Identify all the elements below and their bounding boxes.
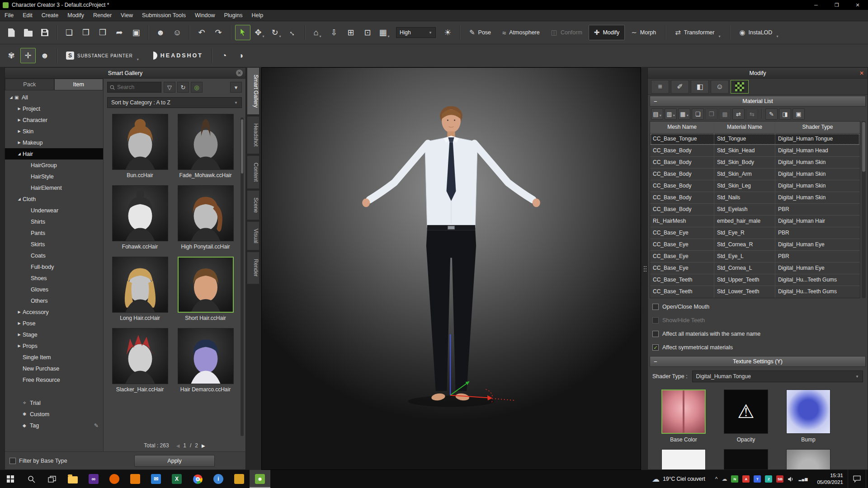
- material-row-std-skin-leg[interactable]: CC_Base_BodyStd_Skin_LegDigital_Human Sk…: [650, 180, 860, 192]
- material-row-std-eye-l[interactable]: CC_Base_EyeStd_Eye_LPBR: [650, 251, 860, 263]
- panel-resize-handle[interactable]: [641, 67, 647, 470]
- tree-item-others[interactable]: Others: [5, 295, 103, 306]
- task-view-button[interactable]: [42, 470, 62, 488]
- tree-item-stage[interactable]: ▶Stage: [5, 329, 103, 340]
- material-row-std-skin-body[interactable]: CC_Base_BodyStd_Skin_BodyDigital_Human S…: [650, 157, 860, 169]
- add-grid-icon[interactable]: ⊞: [343, 25, 359, 40]
- tree-item-accessory[interactable]: ▶Accessory: [5, 306, 103, 318]
- checkbox-affect-all-materials-with-the-same-name[interactable]: [652, 331, 659, 337]
- multi-avatar-icon[interactable]: ☻: [37, 48, 52, 63]
- taskbar-file-explorer[interactable]: [62, 470, 83, 488]
- texture-channel-base-color[interactable]: Base Color: [659, 389, 708, 443]
- tree-item-shoes[interactable]: Shoes: [5, 272, 103, 284]
- close-modify-button[interactable]: ✕: [859, 70, 864, 76]
- material-row-std-upper-teeth[interactable]: CC_Base_TeethStd_Upper_TeethDigital_Hu..…: [650, 274, 860, 286]
- option-open-close-mouth[interactable]: Open/Close Mouth: [648, 300, 868, 314]
- gallery-scrollbar[interactable]: [241, 117, 244, 436]
- texture-channel[interactable]: [783, 449, 833, 469]
- export-motion-icon[interactable]: ❐: [78, 25, 94, 40]
- tree-item-gloves[interactable]: Gloves: [5, 284, 103, 295]
- adjust-tab-icon[interactable]: ◧: [691, 80, 709, 94]
- texture-channel[interactable]: [659, 449, 708, 469]
- viewport-tab-headshot[interactable]: Headshot: [247, 116, 259, 154]
- material-scrollbar-thumb[interactable]: [862, 122, 865, 172]
- texture-channel[interactable]: [721, 449, 771, 469]
- close-button[interactable]: ✕: [847, 0, 868, 10]
- tree-item-cloth[interactable]: ◢Cloth: [5, 193, 103, 205]
- viewport-tab-content[interactable]: Content: [247, 155, 259, 189]
- sort-select[interactable]: Sort by Category : A to Z ▼: [107, 97, 242, 108]
- menu-item-window[interactable]: Window: [190, 10, 219, 21]
- tab-item[interactable]: Item: [54, 79, 104, 90]
- prev-page-button[interactable]: ◀: [176, 443, 180, 448]
- capture-image-icon[interactable]: ▣: [128, 25, 144, 40]
- option-affect-symmetrical-materials[interactable]: ✓Affect symmetrical materials: [648, 341, 868, 354]
- send-to-icon[interactable]: ➦: [112, 25, 127, 40]
- material-row-std-lower-teeth[interactable]: CC_Base_TeethStd_Lower_TeethDigital_Hu..…: [650, 286, 860, 298]
- tree-item-custom[interactable]: ✱Custom: [5, 408, 103, 420]
- goz-icon[interactable]: ☻: [153, 25, 168, 40]
- texture-tab-icon[interactable]: [731, 80, 749, 94]
- show-desktop-button[interactable]: [866, 470, 868, 488]
- edit-tags-icon[interactable]: ✎: [94, 422, 99, 429]
- headshot-button[interactable]: HEADSHOT: [145, 48, 208, 63]
- camera-view-icon[interactable]: ▦▾: [377, 25, 392, 40]
- material-row-std-cornea-r[interactable]: CC_Base_EyeStd_Cornea_RDigital_Human Eye: [650, 239, 860, 251]
- import-content-icon[interactable]: ⇩: [326, 25, 342, 40]
- taskbar-mail[interactable]: ✉: [146, 470, 166, 488]
- next-page-button[interactable]: ▶: [202, 443, 205, 448]
- viewport-tab-visual[interactable]: Visual: [247, 221, 259, 250]
- viewport-tab-scene[interactable]: Scene: [247, 190, 259, 220]
- home-view-icon[interactable]: ⌂▾: [310, 25, 325, 40]
- tree-item-character[interactable]: ▶Character: [5, 114, 103, 126]
- tree-item-shirts[interactable]: Shirts: [5, 216, 103, 227]
- open-project-icon[interactable]: [20, 25, 36, 40]
- taskbar-chrome[interactable]: [187, 470, 208, 488]
- gallery-item-fohawk-cchair[interactable]: Fohawk.ccHair: [108, 185, 172, 250]
- tree-item-hairgroup[interactable]: HairGroup: [5, 160, 103, 171]
- refresh-button[interactable]: ↻: [177, 82, 189, 93]
- option-affect-all-materials-with-the-same-name[interactable]: Affect all materials with the same name: [648, 327, 868, 341]
- menu-item-edit[interactable]: Edit: [18, 10, 37, 21]
- texture-channel-bump[interactable]: Bump: [783, 389, 833, 443]
- material-row-std-skin-head[interactable]: CC_Base_BodyStd_Skin_HeadDigital_Human H…: [650, 145, 860, 157]
- transformer-button[interactable]: ⇄Transformer▾: [670, 25, 725, 40]
- material-eyedropper-icon[interactable]: ✎: [765, 108, 778, 120]
- gallery-scrollbar-thumb[interactable]: [241, 119, 243, 174]
- collapse-gallery-button[interactable]: ▾: [230, 82, 242, 93]
- material-swap-icon[interactable]: ⇄: [732, 108, 745, 120]
- menu-item-help[interactable]: Help: [247, 10, 268, 21]
- material-row-embed-hair-male[interactable]: RL_HairMeshembed_hair_maleDigital_Human …: [650, 216, 860, 227]
- tray-green-icon[interactable]: N: [731, 475, 738, 483]
- taskbar-character-creator[interactable]: ☻: [250, 470, 270, 488]
- gallery-item-high-ponytail-cchair[interactable]: High Ponytail.ccHair: [174, 185, 237, 250]
- material-preset-save-icon[interactable]: ▤▾: [651, 108, 663, 120]
- filter-button[interactable]: ▽: [164, 82, 175, 93]
- tray-cloud-icon[interactable]: ☁: [722, 476, 727, 482]
- action-center-button[interactable]: [848, 470, 866, 488]
- menu-item-render[interactable]: Render: [89, 10, 116, 21]
- tree-item-props[interactable]: ▶Props: [5, 340, 103, 352]
- texture-settings-section-header[interactable]: − Texture Settings (Y): [650, 356, 866, 367]
- modify-button[interactable]: ✚Modify: [589, 25, 625, 40]
- tree-item-hair[interactable]: ◢Hair: [5, 148, 103, 160]
- morph-button[interactable]: ∼Morph: [626, 25, 661, 40]
- material-ball-icon[interactable]: ◑: [233, 48, 249, 63]
- network-icon[interactable]: ▂▄▆: [798, 477, 808, 481]
- undo-icon[interactable]: ↶: [194, 25, 209, 40]
- transfer-character-icon[interactable]: ☺: [170, 25, 185, 40]
- calibration-icon[interactable]: ✛: [20, 48, 36, 63]
- new-project-icon[interactable]: [4, 25, 19, 40]
- menu-item-view[interactable]: View: [116, 10, 137, 21]
- tray-blue-icon[interactable]: T: [754, 475, 761, 483]
- start-button[interactable]: [0, 470, 21, 488]
- ambient-light-icon[interactable]: ☀: [440, 25, 455, 40]
- gallery-item-long-hair-cchair[interactable]: Long Hair.ccHair: [108, 257, 172, 322]
- material-row-std-nails[interactable]: CC_Base_BodyStd_NailsDigital_Human Skin: [650, 192, 860, 204]
- tree-item-project[interactable]: ▶Project: [5, 103, 103, 114]
- move-tool-icon[interactable]: ✥▾: [252, 25, 267, 40]
- taskbar-visual-studio[interactable]: ∞: [83, 470, 104, 488]
- skin-tab-icon[interactable]: ☺: [711, 80, 729, 94]
- appearance-mask-icon[interactable]: ◔: [217, 48, 232, 63]
- tree-item-new-purchase[interactable]: New Purchase: [5, 363, 103, 374]
